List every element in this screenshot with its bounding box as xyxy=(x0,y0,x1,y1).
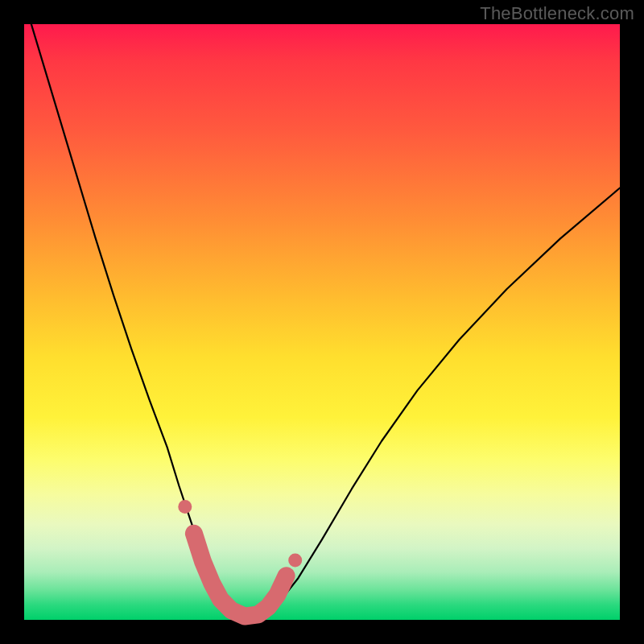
marker-band xyxy=(194,534,287,617)
watermark-text: TheBottleneck.com xyxy=(480,3,634,24)
chart-svg xyxy=(24,24,620,620)
plot-area xyxy=(24,24,620,620)
marker-dot xyxy=(288,554,302,568)
chart-frame: TheBottleneck.com xyxy=(0,0,644,644)
marker-dot xyxy=(178,500,192,514)
bottleneck-curve xyxy=(24,0,620,616)
